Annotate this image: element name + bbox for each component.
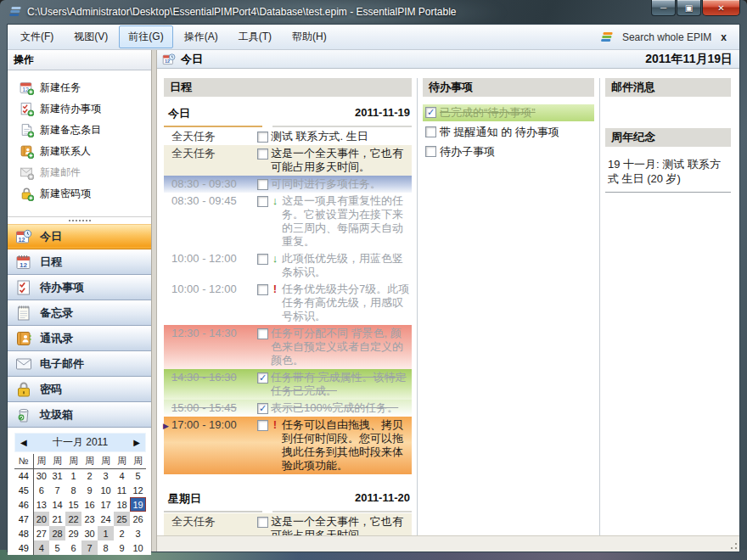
schedule-row[interactable]: 12:30 - 14:30任务可分配不同 背景色, 颜色来自预定义或者自定义的颜… bbox=[164, 325, 412, 369]
action-item-6[interactable]: 新建密码项 bbox=[20, 183, 151, 204]
calendar-day[interactable]: 5 bbox=[130, 468, 146, 483]
todo-checkbox[interactable]: ✓ bbox=[425, 107, 436, 118]
nav-item-7[interactable]: 密码 bbox=[8, 377, 151, 402]
minimize-button[interactable]: ─ bbox=[651, 0, 676, 16]
calendar-day[interactable]: 16 bbox=[81, 497, 98, 512]
close-button[interactable]: ✕ bbox=[702, 0, 740, 16]
nav-item-5[interactable]: 通讯录 bbox=[8, 326, 151, 351]
schedule-row[interactable]: 15:00 - 15:45✓表示已100%完成的任务。 bbox=[164, 400, 412, 417]
calendar-day[interactable]: 12 bbox=[130, 483, 146, 497]
maximize-button[interactable]: ▣ bbox=[677, 0, 701, 16]
calendar-day[interactable]: 2 bbox=[114, 526, 130, 540]
calendar-day[interactable]: 20 bbox=[33, 512, 49, 526]
action-item-1[interactable]: 12新建任务 bbox=[20, 77, 151, 98]
event-checkbox[interactable] bbox=[257, 196, 268, 207]
event-checkbox[interactable] bbox=[257, 284, 268, 295]
calendar-day[interactable]: 4 bbox=[114, 468, 130, 483]
calendar-day[interactable]: 9 bbox=[81, 483, 98, 497]
event-checkbox[interactable] bbox=[257, 420, 268, 431]
calendar-day[interactable]: 1 bbox=[65, 468, 81, 483]
todo-item-3[interactable]: 待办子事项 bbox=[423, 143, 594, 160]
todo-checkbox[interactable] bbox=[425, 126, 436, 137]
calendar-day[interactable]: 2 bbox=[81, 468, 98, 483]
event-checkbox[interactable] bbox=[257, 132, 268, 143]
calendar-day[interactable]: 15 bbox=[65, 497, 81, 512]
calendar-day[interactable]: 22 bbox=[65, 512, 81, 526]
schedule-row[interactable]: 10:00 - 12:00↓此项低优先级，用蓝色竖条标识。 bbox=[164, 250, 412, 281]
calendar-day[interactable]: 10 bbox=[130, 540, 146, 555]
action-item-2[interactable]: 新建待办事项 bbox=[20, 98, 151, 120]
todo-item-1[interactable]: ✓已完成的“待办事项” bbox=[423, 104, 594, 121]
search-close-icon[interactable]: x bbox=[719, 31, 728, 43]
calendar-day[interactable]: 3 bbox=[130, 526, 146, 540]
search-whole-epim[interactable]: Search whole EPIM bbox=[622, 31, 711, 43]
todo-checkbox[interactable] bbox=[425, 146, 436, 157]
schedule-row[interactable]: 10:00 - 12:00!任务优先级共分7级。此项任务有高优先级，用感叹号标识… bbox=[164, 281, 412, 325]
calendar-day[interactable]: 27 bbox=[33, 526, 49, 540]
calendar-day[interactable]: 30 bbox=[33, 468, 49, 483]
schedule-row[interactable]: 全天任务这是一个全天事件，它也有可能占用多天时间。 bbox=[164, 145, 412, 176]
priority-low-icon: ↓ bbox=[271, 252, 279, 279]
calendar-day[interactable]: 26 bbox=[130, 512, 146, 526]
calendar-next-icon[interactable]: ▶ bbox=[133, 438, 140, 447]
calendar-day[interactable]: 6 bbox=[65, 540, 81, 555]
event-checkbox[interactable] bbox=[257, 254, 268, 265]
nav-item-1[interactable]: 12今日 bbox=[8, 224, 151, 249]
event-checkbox[interactable]: ✓ bbox=[257, 372, 268, 384]
calendar-day[interactable]: 3 bbox=[98, 468, 114, 483]
calendar-day[interactable]: 13 bbox=[33, 497, 49, 512]
calendar-day[interactable]: 29 bbox=[65, 526, 81, 540]
calendar-day[interactable]: 7 bbox=[49, 483, 65, 497]
calendar-day[interactable]: 8 bbox=[98, 540, 114, 555]
nav-item-3[interactable]: 待办事项 bbox=[8, 275, 151, 300]
calendar-day[interactable]: 17 bbox=[98, 497, 114, 512]
calendar-day[interactable]: 6 bbox=[33, 483, 49, 497]
event-checkbox[interactable] bbox=[257, 179, 268, 190]
schedule-row[interactable]: ▶17:00 - 19:00!任务可以自由拖拽、拷贝到任何时间段。您可以拖拽此任… bbox=[164, 417, 412, 474]
menu-item-4[interactable]: 操作(A) bbox=[175, 25, 227, 48]
menu-item-5[interactable]: 工具(T) bbox=[229, 25, 281, 48]
nav-item-8[interactable]: 垃圾箱 bbox=[8, 402, 151, 428]
calendar-day[interactable]: 9 bbox=[114, 540, 130, 555]
calendar-day[interactable]: 24 bbox=[98, 512, 114, 526]
calendar-day[interactable]: 31 bbox=[49, 468, 65, 483]
todo-item-2[interactable]: 带 提醒通知 的 待办事项 bbox=[423, 124, 594, 141]
resize-grip[interactable] bbox=[727, 540, 738, 550]
calendar-day[interactable]: 5 bbox=[49, 540, 65, 555]
schedule-row[interactable]: 全天任务测试 联系方式. 生日 bbox=[164, 128, 412, 145]
schedule-row[interactable]: 08:30 - 09:45↓这是一项具有重复性的任务。它被设置为在接下来的三周内… bbox=[164, 193, 412, 250]
calendar-day[interactable]: 7 bbox=[81, 540, 98, 555]
anniversary-item[interactable]: 19 十一月: 测试 联系方式 生日 (20 岁) bbox=[605, 154, 731, 193]
event-checkbox[interactable] bbox=[257, 517, 268, 528]
calendar-day[interactable]: 11 bbox=[114, 483, 130, 497]
schedule-row[interactable]: 全天任务这是一个全天事件，它也有可能占用多天时间。 bbox=[164, 513, 412, 535]
calendar-prev-icon[interactable]: ◀ bbox=[20, 438, 27, 447]
calendar-day[interactable]: 1 bbox=[98, 526, 114, 540]
calendar-day[interactable]: 19 bbox=[130, 497, 146, 512]
menu-item-2[interactable]: 视图(V) bbox=[65, 25, 117, 48]
event-checkbox[interactable]: ✓ bbox=[257, 403, 268, 414]
calendar-day[interactable]: 30 bbox=[81, 526, 98, 540]
nav-item-2[interactable]: 12日程 bbox=[8, 249, 151, 275]
calendar-day[interactable]: 14 bbox=[49, 497, 65, 512]
menu-item-1[interactable]: 文件(F) bbox=[11, 25, 63, 48]
panel-splitter[interactable] bbox=[8, 216, 151, 224]
calendar-day[interactable]: 10 bbox=[98, 483, 114, 497]
calendar-day[interactable]: 4 bbox=[33, 540, 49, 555]
event-checkbox[interactable] bbox=[257, 148, 268, 160]
event-checkbox[interactable] bbox=[257, 328, 268, 339]
calendar-day[interactable]: 8 bbox=[65, 483, 81, 497]
menu-item-6[interactable]: 帮助(H) bbox=[283, 25, 336, 48]
schedule-row[interactable]: 14:30 - 16:30✓任务带有 完成属性。该特定任务已完成。 bbox=[164, 369, 412, 400]
schedule-row[interactable]: 08:30 - 09:30可同时进行多项任务。 bbox=[164, 176, 412, 193]
calendar-day[interactable]: 18 bbox=[114, 497, 130, 512]
action-item-4[interactable]: 新建联系人 bbox=[20, 141, 151, 162]
nav-item-4[interactable]: 备忘录 bbox=[8, 300, 151, 326]
menu-item-3[interactable]: 前往(G) bbox=[119, 25, 172, 48]
calendar-day[interactable]: 28 bbox=[49, 526, 65, 540]
nav-item-6[interactable]: 电子邮件 bbox=[8, 351, 151, 377]
calendar-day[interactable]: 23 bbox=[81, 512, 98, 526]
action-item-3[interactable]: 新建备忘条目 bbox=[20, 120, 151, 141]
calendar-day[interactable]: 25 bbox=[114, 512, 130, 526]
calendar-day[interactable]: 21 bbox=[49, 512, 65, 526]
